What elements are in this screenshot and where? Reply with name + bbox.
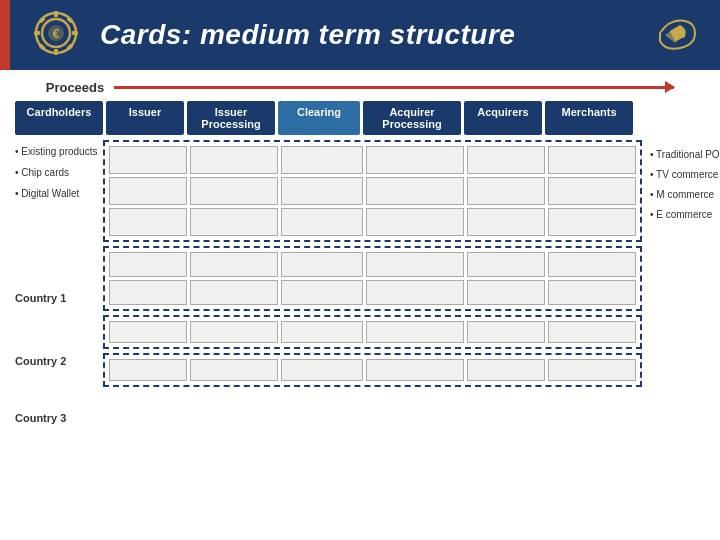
cell (109, 321, 187, 343)
col-header-cardholders: Cardholders (15, 101, 103, 135)
cell (366, 252, 464, 277)
cell (366, 321, 464, 343)
cell (467, 359, 545, 381)
cell (190, 359, 278, 381)
center-grid (103, 140, 642, 441)
header-logo-left: € (32, 9, 80, 61)
cell (281, 252, 363, 277)
cell (548, 321, 636, 343)
svg-rect-2 (54, 11, 58, 17)
label-country1: Country 1 (15, 260, 100, 328)
cell (281, 359, 363, 381)
country1-row-2 (109, 280, 636, 305)
col-header-issuer-processing: Issuer Processing (187, 101, 275, 135)
proceeds-arrowhead (665, 81, 675, 93)
cell (281, 280, 363, 305)
cell (467, 252, 545, 277)
col-header-acquirer-processing: Acquirer Processing (363, 101, 461, 135)
label-existing-products: • Existing products (15, 145, 100, 158)
bullet-tv-commerce: • TV commerce (650, 165, 720, 185)
bullet-e-commerce: • E commerce (650, 205, 720, 225)
proceeds-label: Proceeds (46, 80, 105, 95)
cell (109, 208, 187, 236)
cell (190, 208, 278, 236)
cell (548, 359, 636, 381)
col-header-issuer: Issuer (106, 101, 184, 135)
cell (366, 280, 464, 305)
cell (190, 321, 278, 343)
cell (548, 280, 636, 305)
cell (190, 177, 278, 205)
column-headers: Cardholders Issuer Issuer Processing Cle… (15, 101, 705, 135)
cell (281, 208, 363, 236)
cell (190, 146, 278, 174)
cell (281, 321, 363, 343)
cell (109, 146, 187, 174)
cell (467, 208, 545, 236)
main-content: Proceeds Cardholders Issuer Issuer Proce… (0, 70, 720, 540)
right-bullets: • Traditional POS • TV commerce • M comm… (642, 140, 720, 441)
col-header-acquirers: Acquirers (464, 101, 542, 135)
col-header-merchants: Merchants (545, 101, 633, 135)
proceeds-arrow (114, 86, 674, 89)
label-country2: Country 2 (15, 328, 100, 386)
cell (548, 208, 636, 236)
country3-row-1 (109, 359, 636, 381)
product-row-1 (109, 146, 636, 174)
label-digital-wallet: • Digital Wallet (15, 187, 100, 200)
page-title: Cards: medium term structure (100, 19, 515, 51)
bullet-traditional-pos: • Traditional POS (650, 145, 720, 165)
svg-rect-5 (72, 31, 78, 35)
cell (548, 252, 636, 277)
cell (281, 177, 363, 205)
header: € Cards: medium term structure (0, 0, 720, 70)
cell (467, 146, 545, 174)
proceeds-row: Proceeds (15, 80, 705, 95)
svg-rect-3 (54, 49, 58, 55)
svg-text:€: € (53, 27, 60, 41)
cell (366, 177, 464, 205)
cell (109, 359, 187, 381)
country2-row-1 (109, 321, 636, 343)
cell (467, 177, 545, 205)
cell (190, 252, 278, 277)
left-labels: • Existing products • Chip cards • Digit… (15, 140, 103, 441)
col-header-clearing: Clearing (278, 101, 360, 135)
cell (467, 321, 545, 343)
cell (281, 146, 363, 174)
country1-section (103, 246, 642, 311)
product-labels: • Existing products • Chip cards • Digit… (15, 140, 100, 260)
cell (366, 359, 464, 381)
header-logo-right (650, 13, 700, 57)
products-section (103, 140, 642, 242)
cell (366, 208, 464, 236)
cell (548, 177, 636, 205)
cell (109, 177, 187, 205)
cell (467, 280, 545, 305)
cell (190, 280, 278, 305)
bullet-m-commerce: • M commerce (650, 185, 720, 205)
label-chip-cards: • Chip cards (15, 166, 100, 179)
cell (109, 252, 187, 277)
cell (366, 146, 464, 174)
country2-section (103, 315, 642, 349)
product-row-3 (109, 208, 636, 236)
cell (109, 280, 187, 305)
red-accent-bar (0, 0, 10, 70)
country3-section (103, 353, 642, 387)
product-row-2 (109, 177, 636, 205)
svg-rect-4 (34, 31, 40, 35)
data-area: • Existing products • Chip cards • Digit… (15, 140, 705, 441)
cell (548, 146, 636, 174)
country1-row-1 (109, 252, 636, 277)
label-country3: Country 3 (15, 386, 100, 441)
